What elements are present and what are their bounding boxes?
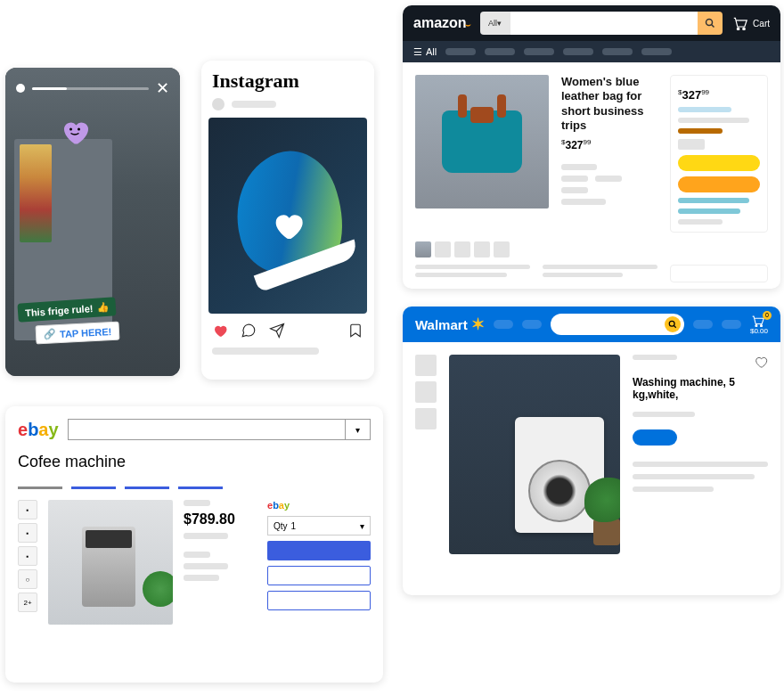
footer-line: [543, 265, 657, 269]
product-thumbnail[interactable]: ▪: [18, 500, 37, 519]
add-to-cart-button[interactable]: [267, 566, 371, 585]
info-line: [561, 187, 588, 193]
qty-select[interactable]: [678, 139, 705, 150]
product-info: Women's blue leather bag for short busin…: [561, 75, 657, 233]
username-placeholder: [232, 101, 276, 108]
svg-point-6: [755, 324, 757, 326]
product-image[interactable]: [415, 75, 549, 208]
category-tab[interactable]: [178, 480, 223, 489]
amazon-logo[interactable]: amazon⌣: [413, 15, 471, 31]
info-line: [184, 563, 228, 569]
nav-item[interactable]: [494, 320, 513, 329]
story-header: ✕: [16, 78, 169, 98]
sold-by-line: [678, 219, 723, 225]
info-line: [561, 176, 588, 182]
instagram-story-card: ✕ This frige rule! 👍 🔗 TAP HERE!: [5, 68, 180, 376]
search-button[interactable]: [665, 316, 681, 332]
detail-line: [633, 474, 755, 479]
product-thumbnail[interactable]: ▪: [18, 546, 37, 566]
comment-icon[interactable]: [241, 323, 257, 339]
search-button[interactable]: [698, 12, 723, 35]
category-tab[interactable]: [71, 480, 116, 489]
buy-box: ebay Qty 1 ▾: [267, 500, 371, 625]
add-to-cart-button[interactable]: [633, 429, 677, 446]
nav-item[interactable]: [445, 48, 476, 55]
product-title: Cofee machine: [18, 453, 371, 471]
amazon-product-card: amazon⌣ All ▾ Cart ☰ All Women's blue le…: [403, 5, 780, 289]
like-button[interactable]: [212, 323, 228, 339]
nav-item[interactable]: [485, 48, 515, 55]
brand-line: [633, 355, 677, 360]
search-input[interactable]: [510, 12, 698, 35]
product-thumbnail[interactable]: [415, 408, 437, 429]
nav-item[interactable]: [522, 320, 542, 329]
search-bar: All ▾: [480, 12, 723, 35]
share-icon[interactable]: [269, 323, 285, 339]
product-body: ▪ ▪ ▪ ○ 2+ $789.80 ebay Qty 1 ▾: [18, 500, 371, 625]
nav-item[interactable]: [641, 48, 672, 55]
chevron-down-icon: ▾: [360, 521, 364, 531]
product-thumbnail[interactable]: [474, 241, 490, 258]
info-line: [184, 575, 219, 581]
product-body: Washing machine, 5 kg,white,: [403, 342, 780, 567]
buybox-price: $32799: [678, 88, 760, 102]
link-text: TAP HERE!: [60, 326, 112, 339]
instagram-logo: Instagram: [201, 61, 374, 98]
story-avatar[interactable]: [16, 84, 25, 93]
footer-line: [415, 273, 507, 277]
search-category-select[interactable]: All ▾: [480, 12, 510, 35]
thumbnail-row: [403, 241, 780, 258]
close-icon[interactable]: ✕: [156, 78, 169, 98]
plant-decoration: [143, 571, 173, 607]
product-thumbnail[interactable]: ○: [18, 569, 37, 589]
detail-line: [633, 487, 714, 492]
svg-point-2: [706, 20, 713, 26]
cart-button[interactable]: 0 $0.00: [750, 315, 768, 335]
search-category-select[interactable]: ▾: [345, 420, 370, 439]
nav-item[interactable]: [693, 320, 713, 329]
product-thumbnail[interactable]: [435, 241, 451, 258]
svg-point-5: [669, 321, 674, 326]
product-price: $789.80: [184, 511, 257, 527]
nav-item[interactable]: [722, 320, 741, 329]
product-info: $789.80: [184, 500, 257, 625]
walmart-logo[interactable]: Walmart✶: [415, 315, 485, 334]
walmart-header: Walmart✶ 0 $0.00: [403, 307, 780, 342]
search-bar[interactable]: [551, 314, 684, 335]
product-thumbnail[interactable]: [415, 381, 437, 403]
product-thumbnail[interactable]: ▪: [18, 523, 37, 543]
product-image[interactable]: [449, 355, 620, 554]
ebay-logo[interactable]: ebay: [18, 420, 59, 440]
info-line: [595, 176, 622, 182]
svg-point-7: [760, 324, 762, 326]
product-thumbnail[interactable]: [415, 355, 437, 376]
info-line: [561, 199, 606, 205]
search-input[interactable]: [69, 420, 345, 439]
category-tab[interactable]: [18, 480, 62, 489]
cart-button[interactable]: Cart: [731, 16, 770, 30]
product-image[interactable]: [48, 500, 173, 625]
product-thumbnail[interactable]: [454, 241, 470, 258]
instagram-post-card: Instagram: [201, 61, 374, 380]
post-image[interactable]: [208, 118, 367, 314]
category-tab[interactable]: [125, 480, 169, 489]
more-thumbnails[interactable]: 2+: [18, 593, 37, 612]
nav-item[interactable]: [524, 48, 554, 55]
bookmark-icon[interactable]: [347, 323, 363, 339]
nav-item[interactable]: [602, 48, 633, 55]
add-to-cart-button[interactable]: [678, 155, 760, 171]
info-line: [184, 533, 228, 539]
add-to-watchlist-button[interactable]: [267, 591, 371, 610]
caption-placeholder: [212, 348, 319, 355]
all-menu-button[interactable]: ☰ All: [413, 46, 437, 58]
buy-now-button[interactable]: [678, 176, 760, 192]
product-thumbnail[interactable]: [494, 241, 510, 258]
nav-item[interactable]: [563, 48, 593, 55]
favorite-icon[interactable]: [754, 355, 768, 369]
post-actions: [201, 314, 374, 348]
buy-it-now-button[interactable]: [267, 541, 371, 560]
footer-box: [670, 265, 768, 282]
quantity-select[interactable]: Qty 1 ▾: [267, 516, 371, 536]
product-thumbnail[interactable]: [415, 241, 431, 258]
post-avatar[interactable]: [212, 98, 225, 110]
